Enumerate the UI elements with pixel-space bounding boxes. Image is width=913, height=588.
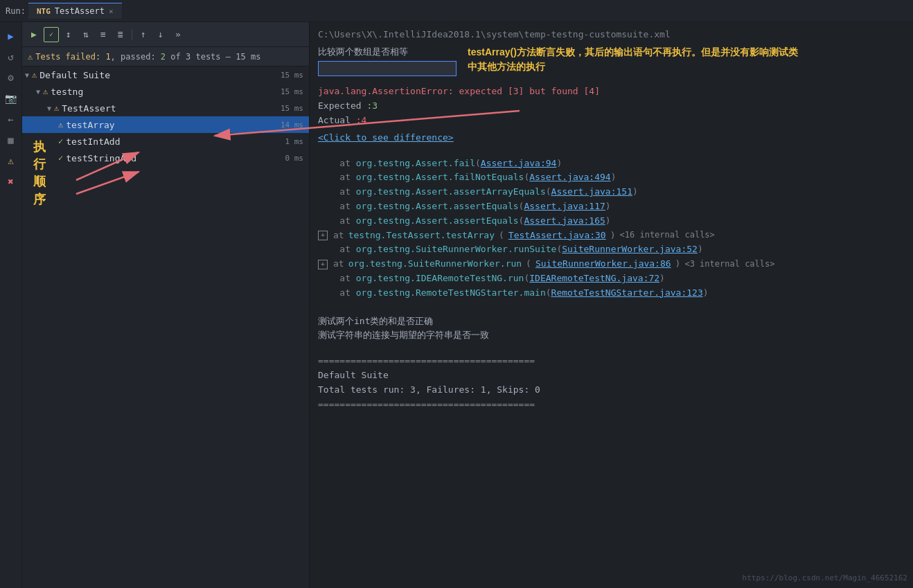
prev-button[interactable]: ↑ [136,27,151,42]
sort-dur-button[interactable]: ⇅ [78,27,94,42]
compare-section: 比较两个数组是否相等 testArray()方法断言失败，其后的输出语句不再执行… [318,45,905,82]
stack-line-2: at org.testng.Assert.assertArrayEquals(A… [318,185,905,199]
test-int-desc: 测试两个int类的和是否正确 [318,314,905,329]
compare-text-block: 比较两个数组是否相等 [318,45,456,82]
label-testng: testng [51,87,83,97]
tree-item-default-suite[interactable]: ▼ ⚠ Default Suite 15 ms [22,66,309,83]
time-testng: 15 ms [281,87,309,96]
internal-calls-7: <3 internal calls> [684,258,774,271]
sep1 [132,29,132,40]
main-layout: ▶ ↺ ⚙ 📷 ← ▦ ⚠ ✖ ▶ ✓ ↕ ⇅ ≡ ≣ ↑ ↓ » ⚠ Test… [0,22,913,588]
test-tree: ▼ ⚠ Default Suite 15 ms ▼ ⚠ testng 15 ms… [22,66,309,588]
output-path: C:\Users\X\.IntelliJIdea2018.1\system\te… [318,28,905,42]
total-line: Total tests run: 3, Failures: 1, Skips: … [318,383,905,398]
expand-btn-7[interactable]: + [318,260,328,269]
expected-line: Expected :3 [318,99,905,114]
warning-icon-testarray: ⚠ [58,120,63,130]
arrow-default-suite: ▼ [25,71,29,79]
internal-calls-5: <16 internal calls> [620,229,715,242]
tree-item-testintadd[interactable]: ✓ testIntAdd 1 ms [22,133,309,150]
tree-item-teststringadd[interactable]: ✓ testStringAdd 0 ms [22,150,309,166]
label-teststringadd: testStringAdd [66,153,136,163]
stack-line-3: at org.testng.Assert.assertEquals(Assert… [318,199,905,214]
camera-icon[interactable]: 📷 [3,90,19,107]
warning-icon-testassert: ⚠ [54,103,59,113]
next-button[interactable]: ↓ [153,27,168,42]
status-bar: ⚠ Tests failed: 1, passed: 2 of 3 tests … [22,47,309,66]
time-testintadd: 1 ms [285,137,310,146]
arrow-testng: ▼ [36,88,40,96]
warning-sidebar-icon: ⚠ [3,152,19,169]
run-button[interactable]: ▶ [26,27,42,42]
more-button[interactable]: » [170,27,186,42]
rerun-button[interactable]: ✓ [44,27,59,42]
error-line: java.lang.AssertionError: expected [3] b… [318,84,905,99]
test-toolbar: ▶ ✓ ↕ ⇅ ≡ ≣ ↑ ↓ » [22,22,309,47]
highlight-input-box[interactable] [318,61,456,76]
status-warning-icon: ⚠ [28,52,33,62]
expand-btn-5[interactable]: + [318,231,328,240]
test-str-desc: 测试字符串的连接与期望的字符串是否一致 [318,328,905,343]
time-testarray: 14 ms [281,121,309,130]
time-testassert: 15 ms [281,104,309,113]
tab-bar: Run: NTG TestAssert × [0,0,913,22]
tree-item-testassert[interactable]: ▼ ⚠ TestAssert 15 ms [22,100,309,116]
sort-alpha-button[interactable]: ↕ [61,27,76,42]
output-panel[interactable]: C:\Users\X\.IntelliJIdea2018.1\system\te… [310,22,913,588]
close-icon[interactable]: ✖ [3,173,19,190]
annotation-tooltip: testArray()方法断言失败，其后的输出语句不再执行。但是并没有影响测试类… [468,45,800,74]
stack-trace: at org.testng.Assert.fail(Assert.java:94… [318,157,905,301]
watermark: https://blog.csdn.net/Magin_46652162 [743,573,907,582]
suite-label: Default Suite [318,368,905,383]
separator-1: ======================================== [318,354,905,368]
left-sidebar: ▶ ↺ ⚙ 📷 ← ▦ ⚠ ✖ [0,22,22,588]
warning-icon-default-suite: ⚠ [32,70,37,80]
label-testassert: TestAssert [62,103,116,114]
tree-item-testarray[interactable]: ⚠ testArray 14 ms [22,116,309,133]
tree-item-testng[interactable]: ▼ ⚠ testng 15 ms [22,83,309,100]
label-testarray: testArray [66,120,114,130]
ntg-icon: NTG [37,7,51,16]
click-diff-line[interactable]: <Click to see difference> [318,131,905,145]
label-testintadd: testIntAdd [66,136,120,147]
test-descriptions: 测试两个int类的和是否正确 测试字符串的连接与期望的字符串是否一致 [318,314,905,344]
run-label: Run: [6,6,26,16]
exec-order-label: 执行顺序 [33,139,46,208]
back-icon[interactable]: ← [3,111,19,127]
actual-line: Actual :4 [318,114,905,128]
stack-line-5: + at testng.TestAssert.testArray(TestAss… [318,229,905,243]
separator-2: ======================================== [318,398,905,412]
time-default-suite: 15 ms [281,71,309,80]
label-default-suite: Default Suite [39,70,110,80]
status-text: Tests failed: 1, passed: 2 of 3 tests – … [35,52,260,62]
arrow-testassert: ▼ [47,105,51,112]
pass-icon-testintadd: ✓ [58,136,63,146]
stack-line-1: at org.testng.Assert.failNotEquals(Asser… [318,170,905,185]
test-panel: ▶ ✓ ↕ ⇅ ≡ ≣ ↑ ↓ » ⚠ Tests failed: 1, pas… [22,22,310,588]
stack-line-7: + at org.testng.SuiteRunnerWorker.run(Su… [318,257,905,271]
stack-line-8: at org.testng.IDEARemoteTestNG.run(IDEAR… [318,271,905,286]
stack-line-4: at org.testng.Assert.assertEquals(Assert… [318,214,905,229]
pass-icon-teststringadd: ✓ [58,153,63,163]
stack-line-9: at org.testng.RemoteTestNGStarter.main(R… [318,286,905,301]
rerun-icon[interactable]: ↺ [3,48,19,65]
stack-line-6: at org.testng.SuiteRunnerWorker.runSuite… [318,242,905,257]
run-icon[interactable]: ▶ [3,28,19,44]
stack-line-0: at org.testng.Assert.fail(Assert.java:94… [318,157,905,171]
tab-close-button[interactable]: × [109,7,114,16]
settings-icon[interactable]: ⚙ [3,69,19,86]
align-right-button[interactable]: ≣ [113,27,128,42]
grid-icon[interactable]: ▦ [3,132,19,148]
compare-label: 比较两个数组是否相等 [318,45,456,60]
warning-icon-testng: ⚠ [43,87,48,96]
time-teststringadd: 0 ms [285,154,310,163]
align-left-button[interactable]: ≡ [96,27,111,42]
tab-name: TestAssert [55,6,105,16]
active-tab[interactable]: NTG TestAssert × [28,3,122,19]
